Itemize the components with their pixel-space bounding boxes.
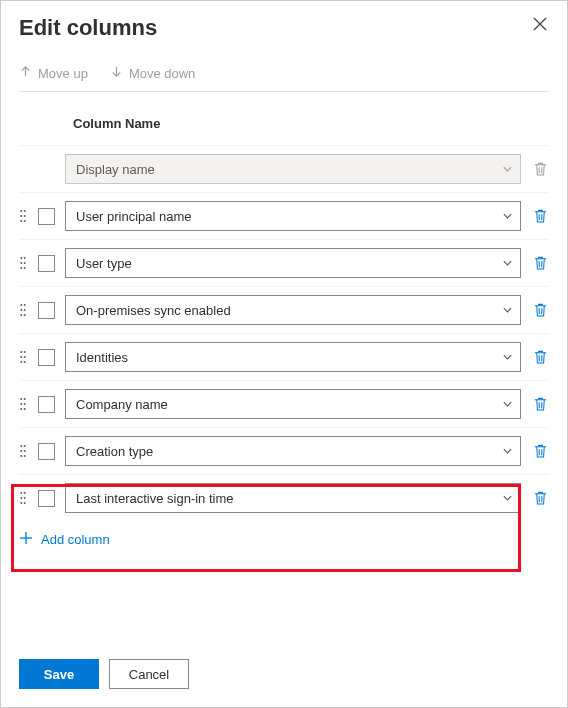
chevron-down-icon: [502, 211, 513, 222]
save-button[interactable]: Save: [19, 659, 99, 689]
drag-handle-icon[interactable]: [20, 397, 26, 411]
save-label: Save: [44, 667, 74, 682]
delete-icon[interactable]: [533, 396, 548, 412]
add-column-button[interactable]: Add column: [19, 521, 549, 556]
svg-point-42: [20, 408, 22, 410]
panel-title: Edit columns: [19, 15, 157, 41]
svg-point-18: [20, 267, 22, 269]
svg-point-55: [24, 492, 26, 494]
move-up-label: Move up: [38, 66, 88, 81]
drag-handle-icon[interactable]: [20, 350, 26, 364]
svg-point-57: [24, 497, 26, 499]
svg-point-22: [20, 304, 22, 306]
delete-icon[interactable]: [533, 255, 548, 271]
svg-point-6: [20, 210, 22, 212]
svg-point-17: [24, 262, 26, 264]
chevron-down-icon: [502, 446, 513, 457]
column-row: Company name: [19, 380, 549, 427]
column-select[interactable]: User type: [65, 248, 521, 278]
svg-point-27: [24, 314, 26, 316]
toolbar: Move up Move down: [19, 65, 549, 92]
column-row: User type: [19, 239, 549, 286]
panel-header: Edit columns: [19, 15, 549, 65]
svg-point-9: [24, 215, 26, 217]
row-checkbox[interactable]: [38, 255, 55, 272]
column-row: Identities: [19, 333, 549, 380]
column-select-value: User principal name: [76, 209, 192, 224]
column-row: Display name: [19, 145, 549, 192]
svg-point-34: [20, 361, 22, 363]
plus-icon: [19, 531, 33, 548]
delete-icon[interactable]: [533, 349, 548, 365]
chevron-down-icon: [502, 164, 513, 175]
move-down-button[interactable]: Move down: [110, 65, 195, 81]
svg-point-19: [24, 267, 26, 269]
column-select-value: Company name: [76, 397, 168, 412]
column-select[interactable]: Creation type: [65, 436, 521, 466]
column-select-value: Last interactive sign-in time: [76, 491, 234, 506]
column-select[interactable]: Identities: [65, 342, 521, 372]
svg-point-23: [24, 304, 26, 306]
column-select-value: Display name: [76, 162, 155, 177]
svg-point-43: [24, 408, 26, 410]
panel-footer: Save Cancel: [19, 659, 549, 689]
row-checkbox[interactable]: [38, 302, 55, 319]
move-up-button[interactable]: Move up: [19, 65, 88, 81]
svg-point-8: [20, 215, 22, 217]
delete-icon[interactable]: [533, 443, 548, 459]
drag-handle-icon[interactable]: [20, 209, 26, 223]
column-row: User principal name: [19, 192, 549, 239]
svg-point-41: [24, 403, 26, 405]
column-row: On-premises sync enabled: [19, 286, 549, 333]
column-select[interactable]: On-premises sync enabled: [65, 295, 521, 325]
svg-point-14: [20, 257, 22, 259]
delete-icon[interactable]: [533, 302, 548, 318]
column-row: Creation type: [19, 427, 549, 474]
delete-icon[interactable]: [533, 208, 548, 224]
drag-handle-icon[interactable]: [20, 444, 26, 458]
arrow-down-icon: [110, 65, 123, 81]
svg-point-35: [24, 361, 26, 363]
svg-point-47: [24, 445, 26, 447]
svg-point-46: [20, 445, 22, 447]
edit-columns-panel: Edit columns Move up Move down: [0, 0, 568, 708]
svg-point-48: [20, 450, 22, 452]
svg-point-11: [24, 220, 26, 222]
drag-handle-icon[interactable]: [20, 303, 26, 317]
row-checkbox[interactable]: [38, 396, 55, 413]
column-select-value: On-premises sync enabled: [76, 303, 231, 318]
svg-point-56: [20, 497, 22, 499]
svg-point-15: [24, 257, 26, 259]
svg-point-26: [20, 314, 22, 316]
svg-point-7: [24, 210, 26, 212]
arrow-up-icon: [19, 65, 32, 81]
svg-point-59: [24, 502, 26, 504]
svg-point-24: [20, 309, 22, 311]
delete-icon[interactable]: [533, 490, 548, 506]
svg-point-33: [24, 356, 26, 358]
svg-point-51: [24, 455, 26, 457]
svg-point-39: [24, 398, 26, 400]
svg-point-38: [20, 398, 22, 400]
svg-point-10: [20, 220, 22, 222]
move-down-label: Move down: [129, 66, 195, 81]
drag-handle-icon[interactable]: [20, 491, 26, 505]
column-select[interactable]: Last interactive sign-in time: [65, 483, 521, 513]
add-column-label: Add column: [41, 532, 110, 547]
row-checkbox[interactable]: [38, 208, 55, 225]
row-checkbox[interactable]: [38, 349, 55, 366]
column-select[interactable]: User principal name: [65, 201, 521, 231]
delete-icon: [533, 161, 548, 177]
svg-point-25: [24, 309, 26, 311]
row-checkbox[interactable]: [38, 490, 55, 507]
column-row: Last interactive sign-in time: [19, 474, 549, 521]
close-icon[interactable]: [531, 15, 549, 35]
svg-point-31: [24, 351, 26, 353]
chevron-down-icon: [502, 399, 513, 410]
column-select[interactable]: Company name: [65, 389, 521, 419]
row-checkbox[interactable]: [38, 443, 55, 460]
column-header-row: Column Name: [19, 110, 549, 145]
cancel-button[interactable]: Cancel: [109, 659, 189, 689]
svg-point-30: [20, 351, 22, 353]
drag-handle-icon[interactable]: [20, 256, 26, 270]
